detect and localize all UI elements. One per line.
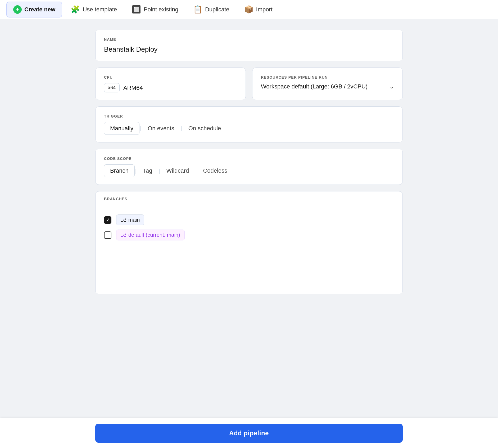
cpu-resources-row: CPU x64 ARM64 RESOURCES PER PIPELINE RUN…	[95, 68, 403, 100]
branch-item-main: ⎇ main	[104, 214, 394, 225]
scope-wildcard-button[interactable]: Wildcard	[161, 165, 195, 177]
branches-header: BRANCHES	[96, 191, 402, 209]
branch-default-tag: ⎇ default (current: main)	[116, 230, 185, 240]
scope-codeless-button[interactable]: Codeless	[197, 165, 233, 177]
create-new-button[interactable]: + Create new	[6, 2, 62, 17]
branch-main-checkbox[interactable]	[104, 216, 111, 224]
point-existing-button[interactable]: 🔲 Point existing	[125, 2, 185, 17]
branches-card: BRANCHES ⎇ main ⎇ default (current: main…	[95, 191, 403, 294]
branch-default-checkbox[interactable]	[104, 231, 111, 239]
resources-select[interactable]: Workspace default (Large: 6GB / 2vCPU) ⌄	[261, 83, 394, 90]
scope-divider-3: |	[195, 168, 197, 174]
chevron-down-icon: ⌄	[389, 83, 394, 90]
code-scope-card: CODE SCOPE Branch | Tag | Wildcard | Cod…	[95, 149, 403, 185]
scope-divider-1: |	[135, 168, 137, 174]
scope-branch-button[interactable]: Branch	[104, 164, 135, 177]
add-pipeline-button[interactable]: Add pipeline	[95, 424, 403, 443]
use-template-icon: 🧩	[71, 5, 80, 14]
add-pipeline-bar: Add pipeline	[0, 418, 498, 448]
trigger-divider-2: |	[181, 126, 182, 132]
scope-divider-2: |	[159, 168, 160, 174]
resources-label: RESOURCES PER PIPELINE RUN	[261, 75, 394, 79]
cpu-value: ARM64	[123, 84, 143, 91]
name-label: NAME	[104, 37, 394, 42]
branch-main-tag: ⎇ main	[116, 214, 144, 225]
trigger-on-events-button[interactable]: On events	[142, 122, 180, 135]
branch-default-icon: ⎇	[121, 232, 126, 238]
name-value: Beanstalk Deploy	[104, 45, 394, 53]
top-navigation: + Create new 🧩 Use template 🔲 Point exis…	[0, 0, 498, 19]
trigger-label: TRIGGER	[104, 114, 394, 118]
use-template-button[interactable]: 🧩 Use template	[64, 2, 123, 17]
cpu-label: CPU	[104, 75, 237, 79]
resources-card: RESOURCES PER PIPELINE RUN Workspace def…	[252, 68, 403, 100]
branches-list: ⎇ main ⎇ default (current: main)	[96, 209, 402, 294]
scope-options: Branch | Tag | Wildcard | Codeless	[104, 164, 394, 177]
trigger-manually-button[interactable]: Manually	[104, 122, 139, 135]
branch-item-default: ⎇ default (current: main)	[104, 230, 394, 240]
trigger-on-schedule-button[interactable]: On schedule	[183, 122, 227, 135]
trigger-options: Manually | On events | On schedule	[104, 122, 394, 135]
name-card: NAME Beanstalk Deploy	[95, 30, 403, 61]
point-existing-icon: 🔲	[132, 5, 141, 14]
import-icon: 📦	[244, 5, 253, 14]
create-new-icon: +	[13, 5, 22, 14]
import-button[interactable]: 📦 Import	[238, 2, 279, 17]
cpu-options: x64 ARM64	[104, 83, 237, 92]
resources-value: Workspace default (Large: 6GB / 2vCPU)	[261, 83, 368, 90]
duplicate-button[interactable]: 📋 Duplicate	[187, 2, 236, 17]
main-content: NAME Beanstalk Deploy CPU x64 ARM64 RESO…	[0, 19, 498, 448]
scope-tag-button[interactable]: Tag	[137, 165, 158, 177]
trigger-divider-1: |	[140, 126, 141, 132]
branches-label: BRANCHES	[104, 197, 394, 201]
branch-main-icon: ⎇	[121, 217, 126, 223]
code-scope-label: CODE SCOPE	[104, 156, 394, 161]
cpu-card: CPU x64 ARM64	[95, 68, 246, 100]
cpu-tag: x64	[104, 83, 120, 92]
trigger-card: TRIGGER Manually | On events | On schedu…	[95, 106, 403, 142]
duplicate-icon: 📋	[193, 5, 202, 14]
